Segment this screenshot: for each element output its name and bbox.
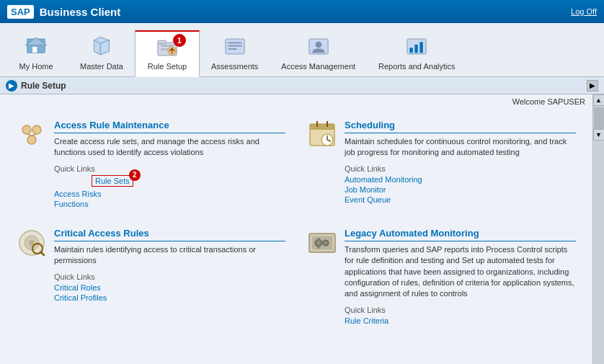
svg-rect-17 xyxy=(420,42,423,53)
svg-rect-16 xyxy=(415,45,418,53)
svg-line-34 xyxy=(41,252,44,255)
card-title-area-lam: Legacy Automated Monitoring Transform qu… xyxy=(345,228,576,300)
card-desc-car: Maintain rules identifying access to cri… xyxy=(54,244,285,267)
svg-rect-10 xyxy=(228,45,241,47)
log-off-link[interactable]: Log Off xyxy=(571,7,597,16)
sap-logo: SAP xyxy=(7,5,34,19)
card-header-car: Critical Access Rules Maintain rules ide… xyxy=(17,228,285,267)
svg-rect-42 xyxy=(318,247,320,249)
quick-link-critical-roles[interactable]: Critical Roles xyxy=(54,283,285,292)
card-title-area-sched: Scheduling Maintain schedules for contin… xyxy=(345,120,576,159)
card-header-arm: Access Rule Maintenance Create access ru… xyxy=(17,120,285,159)
main-content: Welcome SAPUSER Access Rule Maintenance xyxy=(0,94,592,364)
quick-link-rule-sets[interactable]: Rule Sets xyxy=(92,175,133,187)
tab-reports-analytics-label: Reports and Analytics xyxy=(378,62,455,71)
tab-master-data[interactable]: Master Data xyxy=(68,30,135,76)
card-title-arm: Access Rule Maintenance xyxy=(54,120,285,133)
content-area: Welcome SAPUSER Access Rule Maintenance xyxy=(0,94,604,364)
card-title-sched: Scheduling xyxy=(345,120,576,133)
card-scheduling: Scheduling Maintain schedules for contin… xyxy=(296,112,587,221)
svg-point-40 xyxy=(325,241,327,244)
card-title-area-car: Critical Access Rules Maintain rules ide… xyxy=(54,228,285,267)
svg-rect-2 xyxy=(32,47,37,53)
card-access-rule-maintenance: Access Rule Maintenance Create access ru… xyxy=(6,112,296,221)
quick-links-label-lam: Quick Links xyxy=(345,306,576,314)
card-critical-access-rules: Critical Access Rules Maintain rules ide… xyxy=(6,221,296,337)
cards-grid: Access Rule Maintenance Create access ru… xyxy=(0,109,592,341)
card-title-car: Critical Access Rules xyxy=(54,228,285,241)
tab-assessments[interactable]: Assessments xyxy=(200,30,270,76)
tab-access-management[interactable]: Access Management xyxy=(270,30,367,76)
svg-line-21 xyxy=(27,134,32,136)
scroll-right-btn[interactable]: ▶ xyxy=(587,80,598,92)
quick-links-label-car: Quick Links xyxy=(54,272,285,281)
quick-link-event-queue[interactable]: Event Queue xyxy=(345,195,576,204)
svg-rect-41 xyxy=(318,238,320,240)
quick-links-label-arm: Quick Links xyxy=(54,164,285,173)
app-title: Business Client xyxy=(40,6,121,18)
breadcrumb-text: Rule Setup xyxy=(21,81,66,91)
nav-tabs: My Home Master Data 1 Rule Setup xyxy=(0,23,604,77)
access-rule-icon xyxy=(17,120,47,150)
critical-access-icon xyxy=(17,228,47,258)
quick-link-rule-criteria[interactable]: Rule Criteria xyxy=(345,316,576,325)
welcome-text: Welcome SAPUSER xyxy=(512,97,585,106)
tab-reports-analytics[interactable]: Reports and Analytics xyxy=(367,30,466,76)
rule-sets-badge: 2 xyxy=(129,169,141,181)
tab-assessments-label: Assessments xyxy=(211,62,258,71)
scrollbar-up-btn[interactable]: ▲ xyxy=(593,94,605,106)
quick-link-functions[interactable]: Functions xyxy=(54,200,285,208)
svg-rect-15 xyxy=(410,48,413,53)
scrollbar: ▲ ▼ xyxy=(592,94,604,364)
tab-rule-setup-badge: 1 xyxy=(173,34,186,47)
tab-rule-setup[interactable]: 1 Rule Setup xyxy=(135,30,200,77)
svg-point-38 xyxy=(317,241,320,244)
legacy-monitoring-icon xyxy=(307,228,337,258)
svg-point-18 xyxy=(22,125,31,134)
svg-point-20 xyxy=(27,136,36,144)
breadcrumb-bar: ▶ Rule Setup ▶ xyxy=(0,77,604,94)
card-desc-arm: Create access rule sets, and manage the … xyxy=(54,136,285,159)
tab-rule-setup-label: Rule Setup xyxy=(148,62,187,71)
quick-link-auto-monitoring[interactable]: Automated Monitoring xyxy=(345,175,576,184)
logo-area: SAP Business Client xyxy=(7,5,120,19)
card-desc-sched: Maintain schedules for continuous contro… xyxy=(345,136,576,159)
app-header: SAP Business Client Log Off xyxy=(0,0,604,23)
svg-point-13 xyxy=(315,42,321,48)
svg-line-22 xyxy=(32,134,37,136)
scheduling-icon xyxy=(307,120,337,150)
quick-link-critical-profiles[interactable]: Critical Profiles xyxy=(54,293,285,302)
card-legacy-monitoring: Legacy Automated Monitoring Transform qu… xyxy=(296,221,587,337)
welcome-bar: Welcome SAPUSER xyxy=(0,94,592,109)
svg-rect-4 xyxy=(158,40,166,43)
card-title-lam: Legacy Automated Monitoring xyxy=(345,228,576,241)
tab-my-home[interactable]: My Home xyxy=(4,30,68,76)
scrollbar-thumb[interactable] xyxy=(594,107,604,129)
svg-rect-9 xyxy=(228,42,241,43)
card-desc-lam: Transform queries and SAP reports into P… xyxy=(345,244,576,300)
tab-access-management-label: Access Management xyxy=(281,62,355,71)
breadcrumb-arrow-icon[interactable]: ▶ xyxy=(6,80,17,92)
breadcrumb-left: ▶ Rule Setup xyxy=(6,80,66,92)
quick-links-label-sched: Quick Links xyxy=(345,164,576,173)
card-title-area-arm: Access Rule Maintenance Create access ru… xyxy=(54,120,285,159)
quick-link-access-risks[interactable]: Access Risks xyxy=(54,190,285,198)
quick-link-job-monitor[interactable]: Job Monitor xyxy=(345,185,576,194)
card-header-lam: Legacy Automated Monitoring Transform qu… xyxy=(307,228,576,300)
svg-rect-24 xyxy=(310,124,334,130)
svg-point-19 xyxy=(32,125,41,134)
scrollbar-down-btn[interactable]: ▼ xyxy=(593,129,605,141)
svg-rect-11 xyxy=(228,48,236,50)
breadcrumb-right: ▶ xyxy=(587,80,598,92)
tab-master-data-label: Master Data xyxy=(80,62,123,71)
card-header-sched: Scheduling Maintain schedules for contin… xyxy=(307,120,576,159)
tab-my-home-label: My Home xyxy=(19,62,53,71)
